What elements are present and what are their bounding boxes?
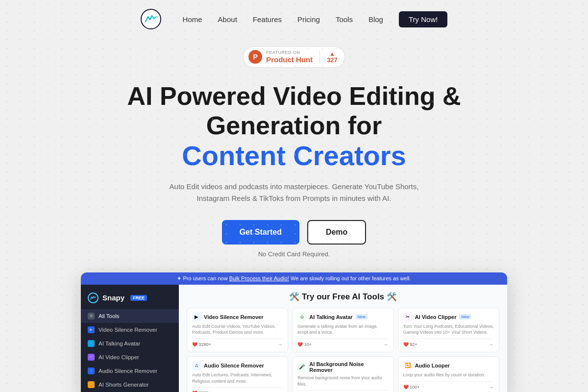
tool-icon-noise: 🎤	[297, 363, 306, 371]
tool-card-avatar[interactable]: ☺ AI Talking Avatar New Generate a talki…	[292, 308, 393, 352]
sidebar-item-avatar[interactable]: ☺ AI Talking Avatar	[81, 337, 179, 350]
tool-name-looper: Audio Looper	[415, 363, 450, 368]
tool-arrow-clipper: →	[489, 342, 494, 347]
tool-arrow-avatar: →	[383, 342, 389, 347]
nav-pricing[interactable]: Pricing	[297, 15, 320, 24]
product-hunt-text: FEATURED ON Product Hunt	[266, 50, 313, 64]
tools-header: 🛠️ Try our Free AI Tools 🛠️	[187, 292, 499, 302]
ph-name-label: Product Hunt	[266, 55, 313, 64]
ph-vote-count: 327	[327, 57, 338, 63]
app-window: ✦ Pro users can now Bulk Process their A…	[81, 272, 507, 392]
sidebar-item-dot-audio-sr: ♫	[88, 368, 95, 374]
tool-card-header-clipper: ✂ AI Video Clipper New	[403, 313, 494, 321]
tool-desc-avatar: Generate a talking avatar from an image,…	[297, 323, 388, 336]
tool-footer-avatar: ❤️ 10+ →	[297, 342, 388, 347]
sidebar-label-audio-sr: Audio Silence Remover	[98, 368, 157, 374]
tool-likes-avatar: ❤️ 10+	[297, 342, 312, 347]
app-sidebar: Snapy FREE ⊞ All Tools ▶ Video Silence R…	[81, 285, 179, 392]
sidebar-free-badge: FREE	[130, 295, 147, 301]
tool-desc-noise: Remove background noise from your audio …	[297, 375, 388, 387]
hero-section: P FEATURED ON Product Hunt ▲ 327 AI Powe…	[0, 36, 588, 258]
sidebar-label-clipper: AI Video Clipper	[98, 354, 139, 360]
sidebar-item-dot-vsr: ▶	[88, 326, 95, 333]
topbar-text: ✦ Pro users can now Bulk Process their A…	[177, 275, 411, 281]
tool-name-clipper: AI Video Clipper	[415, 314, 457, 320]
sidebar-item-dot: ⊞	[88, 313, 95, 319]
cta-buttons: Get Started Demo	[10, 220, 578, 245]
tool-card-header-vsr: ▶ Video Silence Remover	[192, 313, 283, 321]
sidebar-item-audio-sr[interactable]: ♫ Audio Silence Remover	[81, 364, 179, 378]
sidebar-label-vsr: Video Silence Remover	[98, 327, 157, 333]
tool-name-audio-sr: Audio Silence Remover	[204, 363, 264, 368]
tool-icon-avatar: ☺	[297, 313, 306, 321]
tool-card-vsr[interactable]: ▶ Video Silence Remover Auto Edit Course…	[187, 308, 288, 352]
nav-logo[interactable]	[141, 9, 161, 29]
sidebar-item-vsr[interactable]: ▶ Video Silence Remover	[81, 323, 179, 337]
tool-card-header-noise: 🎤 AI Background Noise Remover	[297, 361, 388, 373]
product-hunt-icon: P	[248, 50, 262, 64]
tool-badge-clipper: New	[459, 314, 471, 319]
sidebar-item-all-tools[interactable]: ⊞ All Tools	[81, 309, 179, 323]
headline-line1: AI Powered Video Editing &	[127, 82, 461, 110]
tool-name-noise: AI Background Noise Remover	[309, 361, 388, 373]
headline-blue: Content Creators	[10, 140, 578, 172]
sidebar-item-clipper[interactable]: ✂ AI Video Clipper	[81, 350, 179, 364]
hero-subheadline: Auto Edit videos and podcasts into maste…	[162, 181, 426, 204]
app-topbar: ✦ Pro users can now Bulk Process their A…	[81, 272, 507, 285]
tool-desc-looper: Loop your audio files by count or durati…	[403, 372, 494, 378]
tool-name-avatar: AI Talking Avatar	[309, 314, 352, 320]
app-main-content: 🛠️ Try our Free AI Tools 🛠️ ▶ Video Sile…	[179, 285, 507, 392]
tool-desc-vsr: Auto Edit Course Videos, YouTube Videos,…	[192, 323, 283, 336]
tool-card-noise[interactable]: 🎤 AI Background Noise Remover Remove bac…	[292, 356, 393, 392]
tool-footer-vsr: ❤️ 3280+ →	[192, 342, 283, 347]
get-started-button[interactable]: Get Started	[222, 220, 299, 245]
sidebar-label-avatar: AI Talking Avatar	[98, 341, 140, 346]
tool-footer-looper: ❤️ 100+ →	[403, 384, 494, 390]
no-credit-card-text: No Credit Card Required.	[10, 250, 578, 258]
tool-arrow-looper: →	[489, 384, 494, 390]
nav-about[interactable]: About	[218, 15, 237, 24]
nav-features[interactable]: Features	[253, 15, 282, 24]
tool-card-header-audio-sr: ♫ Audio Silence Remover	[192, 361, 283, 370]
sidebar-item-shorts-gen[interactable]: ✦ AI Shorts Generator	[81, 378, 179, 392]
topbar-suffix: We are slowly rolling out for other feat…	[291, 275, 411, 281]
tool-icon-vsr: ▶	[192, 313, 201, 321]
nav-try-now-button[interactable]: Try Now!	[399, 11, 447, 27]
sidebar-item-dot-shorts-gen: ✦	[88, 381, 95, 388]
sidebar-label-all-tools: All Tools	[98, 313, 120, 319]
tool-footer-audio-sr: ❤️ 3572+ →	[192, 390, 283, 392]
tool-card-looper[interactable]: 🔁 Audio Looper Loop your audio files by …	[398, 356, 499, 392]
tool-likes-vsr: ❤️ 3280+	[192, 342, 211, 347]
app-body: Snapy FREE ⊞ All Tools ▶ Video Silence R…	[81, 285, 507, 392]
sidebar-logo	[88, 293, 98, 303]
tool-arrow-audio-sr: →	[277, 390, 283, 392]
demo-button[interactable]: Demo	[307, 220, 366, 245]
tool-arrow-vsr: →	[277, 342, 283, 347]
ph-votes: ▲ 327	[327, 51, 338, 63]
tool-likes-looper: ❤️ 100+	[403, 385, 420, 390]
tool-desc-clipper: Turn Your Long Podcasts, Educational Vid…	[403, 323, 494, 336]
tool-card-header-avatar: ☺ AI Talking Avatar New	[297, 313, 388, 321]
nav-tools[interactable]: Tools	[336, 15, 353, 24]
ph-featured-label: FEATURED ON	[266, 50, 300, 55]
tool-card-clipper[interactable]: ✂ AI Video Clipper New Turn Your Long Po…	[398, 308, 499, 352]
tool-card-audio-sr[interactable]: ♫ Audio Silence Remover Auto Edit Lectur…	[187, 356, 288, 392]
ph-divider	[319, 50, 320, 64]
tool-desc-audio-sr: Auto Edit Lectures, Podcasts, Interviews…	[192, 372, 283, 384]
nav-blog[interactable]: Blog	[368, 15, 383, 24]
sidebar-brand-name: Snapy	[102, 294, 124, 302]
headline-line2: Generation for	[206, 111, 382, 140]
tool-icon-audio-sr: ♫	[192, 361, 201, 370]
tool-card-header-looper: 🔁 Audio Looper	[403, 361, 494, 370]
sidebar-label-shorts-gen: AI Shorts Generator	[98, 382, 148, 388]
tool-name-vsr: Video Silence Remover	[204, 314, 263, 320]
topbar-link[interactable]: Bulk Process their Audio!	[229, 275, 289, 281]
nav-home[interactable]: Home	[183, 15, 202, 24]
tools-grid: ▶ Video Silence Remover Auto Edit Course…	[187, 308, 499, 392]
app-preview: ✦ Pro users can now Bulk Process their A…	[74, 272, 514, 392]
product-hunt-badge[interactable]: P FEATURED ON Product Hunt ▲ 327	[243, 46, 345, 68]
sidebar-item-dot-clipper: ✂	[88, 354, 95, 361]
tool-icon-looper: 🔁	[403, 361, 412, 370]
tool-likes-clipper: ❤️ 92+	[403, 342, 417, 347]
tool-badge-avatar: New	[356, 314, 368, 319]
